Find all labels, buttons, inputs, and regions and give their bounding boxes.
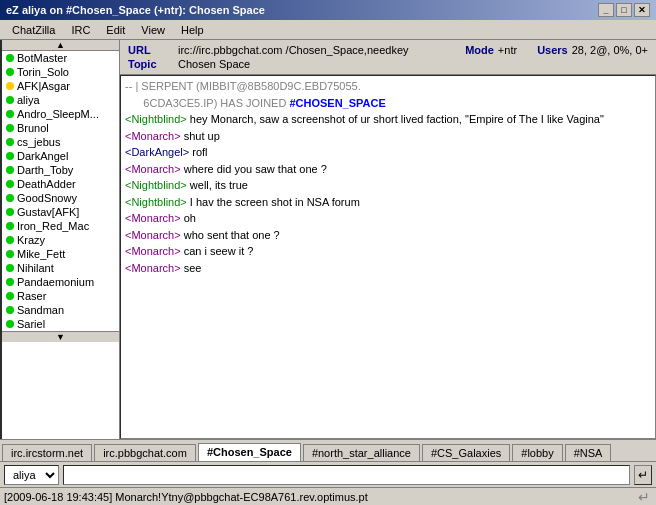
users-label: Users [537,44,568,56]
chat-nick: <Nightblind> [125,196,187,208]
status-dot-icon [6,320,14,328]
user-item[interactable]: Sandman [2,303,119,317]
status-icon: ↵ [636,489,652,505]
nick-dropdown[interactable]: aliya [4,465,59,485]
chat-area: -- | SERPENT (MIBBIT@8B580D9C.EBD75055. … [120,75,656,439]
user-item[interactable]: Nihilant [2,261,119,275]
user-item[interactable]: Pandaemonium [2,275,119,289]
chat-message: <Nightblind> I hav the screen shot in NS… [125,194,651,211]
user-item[interactable]: Iron_Red_Mac [2,219,119,233]
chat-input[interactable] [63,465,630,485]
status-dot-icon [6,236,14,244]
status-dot-icon [6,306,14,314]
chat-text: see [181,262,202,274]
user-name: Brunol [17,122,49,134]
main-container: ▲BotMasterTorin_SoloAFK|AsgaraliyaAndro_… [0,40,656,505]
chat-nick: <Monarch> [125,163,181,175]
user-name: Krazy [17,234,45,246]
user-name: BotMaster [17,52,67,64]
menu-item-view[interactable]: View [133,22,173,38]
user-item[interactable]: Sariel [2,317,119,331]
status-dot-icon [6,124,14,132]
userlist-scroll-up[interactable]: ▲ [2,40,119,51]
chat-nick: <Monarch> [125,245,181,257]
user-item[interactable]: DeathAdder [2,177,119,191]
topic-label: Topic [128,58,178,70]
chat-message: -- | SERPENT (MIBBIT@8B580D9C.EBD75055. … [125,78,651,111]
menu-item-irc[interactable]: IRC [63,22,98,38]
user-item[interactable]: Raser [2,289,119,303]
user-item[interactable]: Mike_Fett [2,247,119,261]
user-item[interactable]: cs_jebus [2,135,119,149]
input-area: aliya ↵ [0,461,656,487]
chat-text: oh [181,212,196,224]
status-dot-icon [6,166,14,174]
user-item[interactable]: Darth_Toby [2,163,119,177]
chat-message: <Nightblind> hey Monarch, saw a screensh… [125,111,651,128]
status-dot-icon [6,152,14,160]
chat-message: <Monarch> oh [125,210,651,227]
user-name: cs_jebus [17,136,60,148]
menu-item-chatzilla[interactable]: ChatZilla [4,22,63,38]
info-bar: URL irc://irc.pbbgchat.com /Chosen_Space… [120,40,656,75]
user-item[interactable]: Torin_Solo [2,65,119,79]
user-name: Gustav[AFK] [17,206,79,218]
userlist-scroll-down[interactable]: ▼ [2,331,119,342]
status-dot-icon [6,110,14,118]
user-item[interactable]: Gustav[AFK] [2,205,119,219]
user-item[interactable]: Andro_SleepM... [2,107,119,121]
user-list: ▲BotMasterTorin_SoloAFK|AsgaraliyaAndro_… [0,40,120,439]
chat-message: <DarkAngel> rofl [125,144,651,161]
user-name: Iron_Red_Mac [17,220,89,232]
user-name: Pandaemonium [17,276,94,288]
user-item[interactable]: Brunol [2,121,119,135]
status-dot-icon [6,208,14,216]
user-item[interactable]: GoodSnowy [2,191,119,205]
tab-north-star_alliance[interactable]: #north_star_alliance [303,444,420,461]
tab-bar: irc.ircstorm.netirc.pbbgchat.com#Chosen_… [0,439,656,461]
tab-NSA[interactable]: #NSA [565,444,612,461]
tab-CS-Galaxies[interactable]: #CS_Galaxies [422,444,510,461]
right-panel: URL irc://irc.pbbgchat.com /Chosen_Space… [120,40,656,439]
user-name: aliya [17,94,40,106]
url-label: URL [128,44,178,56]
user-name: Andro_SleepM... [17,108,99,120]
chat-text: well, its true [187,179,248,191]
user-name: GoodSnowy [17,192,77,204]
menu-item-edit[interactable]: Edit [98,22,133,38]
user-item[interactable]: AFK|Asgar [2,79,119,93]
tab-irc.pbbgchat.com[interactable]: irc.pbbgchat.com [94,444,196,461]
menu-item-help[interactable]: Help [173,22,212,38]
topic-row: Topic Chosen Space [128,58,648,70]
chat-nick: <Monarch> [125,130,181,142]
minimize-button[interactable]: _ [598,3,614,17]
user-name: Torin_Solo [17,66,69,78]
content-area: ▲BotMasterTorin_SoloAFK|AsgaraliyaAndro_… [0,40,656,439]
chat-message: <Monarch> shut up [125,128,651,145]
tab-irc.ircstorm.net[interactable]: irc.ircstorm.net [2,444,92,461]
chat-text: rofl [189,146,207,158]
send-button[interactable]: ↵ [634,465,652,485]
topic-value: Chosen Space [178,58,250,70]
user-name: DarkAngel [17,150,68,162]
close-button[interactable]: ✕ [634,3,650,17]
tab-Chosen-Space[interactable]: #Chosen_Space [198,443,301,462]
user-item[interactable]: aliya [2,93,119,107]
user-item[interactable]: BotMaster [2,51,119,65]
status-dot-icon [6,250,14,258]
tab-lobby[interactable]: #lobby [512,444,562,461]
status-dot-icon [6,68,14,76]
user-item[interactable]: DarkAngel [2,149,119,163]
user-name: AFK|Asgar [17,80,70,92]
status-dot-icon [6,264,14,272]
chat-message: <Nightblind> well, its true [125,177,651,194]
titlebar: eZ aliya on #Chosen_Space (+ntr): Chosen… [0,0,656,20]
maximize-button[interactable]: □ [616,3,632,17]
status-dot-icon [6,222,14,230]
status-dot-icon [6,82,14,90]
status-bar: [2009-06-18 19:43:45] Monarch!Ytny@pbbgc… [0,487,656,505]
users-value: 28, 2@, 0%, 0+ [572,44,648,56]
chat-message: <Monarch> see [125,260,651,277]
user-name: Sariel [17,318,45,330]
user-item[interactable]: Krazy [2,233,119,247]
